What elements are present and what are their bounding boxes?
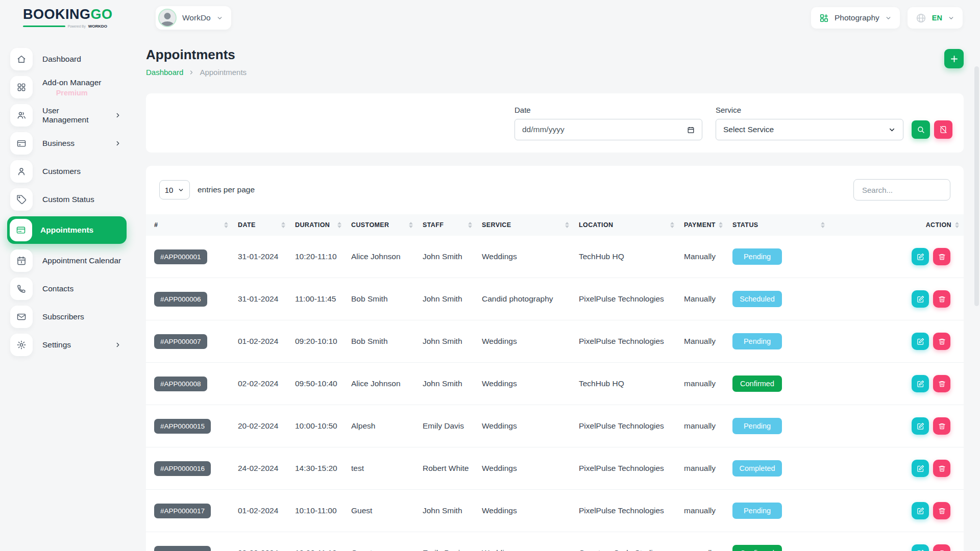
edit-appointment-button[interactable] [912, 375, 929, 392]
column-header-service[interactable]: SERVICE [477, 214, 574, 236]
sidebar-item-label: Customers [42, 167, 81, 176]
sort-icon[interactable] [955, 222, 959, 228]
delete-appointment-button[interactable] [933, 417, 950, 435]
service-label: Service [716, 106, 903, 114]
logo-tagline: Powered By WORKDO [23, 24, 107, 29]
delete-appointment-button[interactable] [933, 248, 950, 265]
column-header-location[interactable]: LOCATION [574, 214, 679, 236]
column-header-id[interactable]: # [146, 214, 233, 236]
sort-icon[interactable] [670, 222, 674, 228]
edit-appointment-button[interactable] [912, 290, 929, 308]
table-header-row: #DATEDURATIONCUSTOMERSTAFFSERVICELOCATIO… [146, 214, 964, 236]
cell-service: Weddings [477, 320, 574, 363]
edit-appointment-button[interactable] [912, 544, 929, 551]
delete-appointment-button[interactable] [933, 544, 950, 551]
appointment-id-badge: #APP000008 [154, 377, 207, 391]
edit-appointment-button[interactable] [912, 417, 929, 435]
sidebar-item-settings[interactable]: Settings [10, 334, 131, 356]
sidebar-item-add-on-manager[interactable]: Add-on ManagerPremium [10, 76, 131, 98]
cell-service: Weddings [477, 532, 574, 551]
tag-icon [10, 188, 33, 211]
mail-icon [10, 306, 33, 328]
sidebar-item-business[interactable]: Business [10, 132, 131, 155]
delete-appointment-button[interactable] [933, 333, 950, 350]
edit-appointment-button[interactable] [912, 460, 929, 477]
edit-appointment-button[interactable] [912, 502, 929, 519]
scrollbar-track [974, 0, 979, 551]
sidebar-item-label: Appointment Calendar [42, 256, 121, 265]
column-header-action[interactable]: ACTION [829, 214, 964, 236]
sidebar-item-customers[interactable]: Customers [10, 160, 131, 183]
column-header-status[interactable]: STATUS [727, 214, 829, 236]
delete-appointment-button[interactable] [933, 375, 950, 392]
edit-appointment-button[interactable] [912, 333, 929, 350]
date-input[interactable]: dd/mm/yyyy [514, 119, 702, 140]
chevron-down-icon [948, 15, 954, 21]
cell-staff: John Smith [418, 236, 477, 278]
sidebar-item-contacts[interactable]: Contacts [10, 278, 131, 300]
cell-duration: 14:30-15:20 [290, 447, 346, 490]
sort-icon[interactable] [821, 222, 825, 228]
workspace-dropdown[interactable]: WorkDo [156, 6, 231, 30]
delete-appointment-button[interactable] [933, 502, 950, 519]
add-appointment-button[interactable] [944, 49, 964, 68]
service-select[interactable]: Select Service [716, 119, 903, 140]
cell-action [829, 532, 964, 551]
column-header-customer[interactable]: CUSTOMER [346, 214, 418, 236]
column-header-staff[interactable]: STAFF [418, 214, 477, 236]
sidebar-item-custom-status[interactable]: Custom Status [10, 188, 131, 211]
cell-action [829, 320, 964, 363]
sort-icon[interactable] [409, 222, 413, 228]
cell-service: Weddings [477, 363, 574, 405]
cell-duration: 10:20-11:10 [290, 236, 346, 278]
calendar-icon [10, 249, 33, 272]
filter-search-button[interactable] [912, 120, 930, 139]
date-label: Date [514, 106, 702, 114]
sidebar-item-appointment-calendar[interactable]: Appointment Calendar [10, 249, 131, 272]
table-row: #APP00000701-02-202409:20-10:10Bob Smith… [146, 320, 964, 363]
column-label: CUSTOMER [351, 221, 389, 229]
cell-customer: test [346, 447, 418, 490]
cell-id: #APP000006 [146, 278, 233, 320]
sidebar-item-dashboard[interactable]: Dashboard [10, 48, 131, 70]
cell-location: PixelPulse Technologies [574, 320, 679, 363]
language-dropdown[interactable]: EN [908, 7, 963, 29]
cell-staff: Emily Davis [418, 405, 477, 447]
column-header-payment[interactable]: PAYMENT [679, 214, 727, 236]
delete-appointment-button[interactable] [933, 460, 950, 477]
filter-card: Date dd/mm/yyyy Service Select Service [146, 93, 964, 153]
delete-appointment-button[interactable] [933, 290, 950, 308]
sidebar-item-user-management[interactable]: User Management [10, 104, 131, 127]
module-dropdown[interactable]: Photography [811, 7, 900, 29]
cell-location: TechHub HQ [574, 236, 679, 278]
calendar-picker-icon[interactable] [687, 126, 695, 134]
avatar [158, 9, 177, 27]
cell-staff: John Smith [418, 363, 477, 405]
column-header-duration[interactable]: DURATION [290, 214, 346, 236]
column-header-date[interactable]: DATE [233, 214, 290, 236]
column-label: STATUS [732, 221, 758, 229]
page-size-select[interactable]: 10 [159, 180, 190, 199]
column-label: DATE [238, 221, 256, 229]
module-label: Photography [835, 13, 879, 22]
sort-icon[interactable] [224, 222, 228, 228]
filter-reset-button[interactable] [934, 120, 952, 139]
sort-icon[interactable] [468, 222, 472, 228]
sort-icon[interactable] [565, 222, 569, 228]
edit-appointment-button[interactable] [912, 248, 929, 265]
cell-service: Weddings [477, 447, 574, 490]
cell-id: #APP0000015 [146, 405, 233, 447]
table-row: #APP000001520-02-202410:00-10:50AlpeshEm… [146, 405, 964, 447]
sort-icon[interactable] [337, 222, 341, 228]
table-search-input[interactable] [853, 179, 950, 201]
cell-status: Confirmed [727, 363, 829, 405]
cell-id: #APP000001 [146, 236, 233, 278]
sort-icon[interactable] [281, 222, 285, 228]
sidebar-item-appointments[interactable]: Appointments [7, 216, 127, 244]
scrollbar-thumb[interactable] [974, 66, 979, 306]
sort-icon[interactable] [719, 222, 723, 228]
service-field: Service Select Service [716, 106, 903, 140]
sidebar-item-subscribers[interactable]: Subscribers [10, 306, 131, 328]
cell-status: Scheduled [727, 278, 829, 320]
breadcrumb-dashboard-link[interactable]: Dashboard [146, 68, 183, 77]
